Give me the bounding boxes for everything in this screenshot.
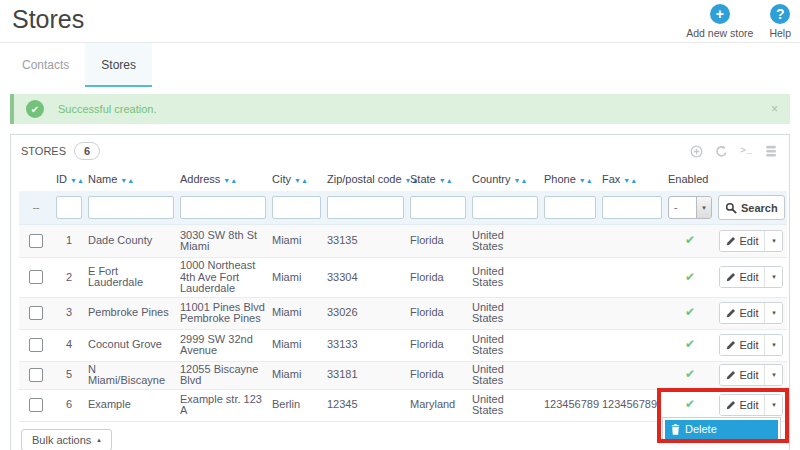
filter-state-input[interactable] [410,196,466,219]
sort-asc-icon[interactable]: ▲ [77,177,84,184]
cell-phone: 123456789 [541,389,599,421]
add-new-store-button[interactable]: + Add new store [683,4,756,39]
cell-country: United States [469,225,541,258]
filter-country-input[interactable] [472,196,538,219]
column-header-enabled: Enabled [668,173,708,185]
cell-id: 2 [53,258,85,298]
tab-contacts[interactable]: Contacts [6,43,85,87]
table-row: 1 Dade County 3030 SW 8th St Miami Miami… [19,225,787,258]
row-checkbox[interactable] [29,338,43,352]
sort-asc-icon[interactable]: ▲ [446,177,453,184]
cell-name: N Miami/Biscayne [85,361,177,389]
edit-dropdown-toggle[interactable]: ▾ [764,267,782,287]
check-circle-icon: ✔ [26,100,44,118]
edit-dropdown-toggle[interactable]: ▾ [764,335,782,355]
cell-name: Coconut Grove [85,329,177,361]
sort-asc-icon[interactable]: ▲ [520,177,527,184]
cell-state: Florida [407,329,469,361]
sort-desc-icon[interactable]: ▼ [294,177,301,184]
close-icon[interactable]: × [771,102,778,116]
filter-id-input[interactable] [56,196,82,219]
filter-address-input[interactable] [180,196,266,219]
cell-id: 5 [53,361,85,389]
cell-state: Florida [407,297,469,329]
sort-asc-icon[interactable]: ▲ [127,177,134,184]
column-header-phone[interactable]: Phone [544,173,576,185]
enabled-check-icon: ✔ [685,305,695,319]
row-checkbox[interactable] [29,398,43,412]
cell-fax: 123456789 [599,389,665,421]
add-icon[interactable] [690,145,703,158]
row-checkbox[interactable] [29,306,43,320]
sort-asc-icon[interactable]: ▲ [630,177,637,184]
table-row: 4 Coconut Grove 2999 SW 32nd Avenue Miam… [19,329,787,361]
help-button[interactable]: ? Help [766,4,794,39]
filter-fax-input[interactable] [602,196,662,219]
edit-button[interactable]: Edit [720,303,765,323]
edit-dropdown-toggle[interactable]: ▾ [764,395,782,415]
panel-title: STORES [21,145,66,157]
filter-name-input[interactable] [88,196,174,219]
plus-icon: + [710,4,730,24]
edit-button[interactable]: Edit [720,365,765,385]
row-checkbox[interactable] [29,234,43,248]
cell-city: Miami [269,297,324,329]
cell-phone [541,361,599,389]
cell-city: Miami [269,225,324,258]
edit-dropdown-toggle[interactable]: ▾ [764,231,782,251]
sort-asc-icon[interactable]: ▲ [230,177,237,184]
sort-desc-icon[interactable]: ▼ [70,177,77,184]
row-checkbox[interactable] [29,368,43,382]
column-header-fax[interactable]: Fax [602,173,620,185]
bulk-actions-label: Bulk actions [32,434,91,446]
edit-button[interactable]: Edit [720,395,765,415]
filter-city-input[interactable] [272,196,321,219]
edit-button[interactable]: Edit [720,335,765,355]
cell-id: 4 [53,329,85,361]
column-header-id[interactable]: ID [56,173,67,185]
search-button-label: Search [741,202,778,214]
cell-address: 11001 Pines Blvd Pembroke Pines [177,297,269,329]
cell-state: Florida [407,225,469,258]
edit-dropdown-toggle[interactable]: ▾ [764,303,782,323]
sort-desc-icon[interactable]: ▼ [439,177,446,184]
content-area: ✔ Successful creation. × STORES 6 >_ [0,87,800,450]
page-header: Stores + Add new store ? Help [0,0,800,43]
page-title: Stores [0,0,800,34]
help-label: Help [769,27,791,39]
edit-button[interactable]: Edit [720,231,765,251]
row-checkbox[interactable] [29,270,43,284]
chevron-down-icon: ▾ [696,197,711,218]
edit-button[interactable]: Edit [720,267,765,287]
sort-asc-icon[interactable]: ▲ [586,177,593,184]
column-header-state[interactable]: State [410,173,436,185]
enabled-check-icon: ✔ [685,233,695,247]
column-header-country[interactable]: Country [472,173,511,185]
column-header-city[interactable]: City [272,173,291,185]
sort-desc-icon[interactable]: ▼ [579,177,586,184]
terminal-icon[interactable]: >_ [740,146,753,156]
column-header-row: ID▼▲ Name▼▲ Address▼▲ City▼▲ Zip/postal … [19,167,787,191]
cell-state: Florida [407,361,469,389]
sort-icons: ▼▲ [223,173,237,185]
refresh-icon[interactable] [715,145,728,158]
bulk-actions-button[interactable]: Bulk actions ▴ [21,429,112,450]
tab-stores[interactable]: Stores [85,43,152,87]
export-icon[interactable] [765,145,777,158]
add-new-store-label: Add new store [686,27,753,39]
edit-dropdown-menu: Delete [662,417,781,443]
delete-menu-item[interactable]: Delete [665,420,778,440]
edit-dropdown-toggle[interactable]: ▾ [764,365,782,385]
search-button[interactable]: Search [718,195,785,220]
filter-phone-input[interactable] [544,196,596,219]
column-header-name[interactable]: Name [88,173,117,185]
tab-bar: Contacts Stores [0,43,800,87]
cell-id: 1 [53,225,85,258]
filter-zip-input[interactable] [327,196,404,219]
enabled-filter-select[interactable]: - ▾ [668,196,712,219]
cell-country: United States [469,258,541,298]
column-header-address[interactable]: Address [180,173,220,185]
sort-asc-icon[interactable]: ▲ [301,177,308,184]
cell-zip: 33133 [324,329,407,361]
column-header-zip[interactable]: Zip/postal code [327,173,402,185]
